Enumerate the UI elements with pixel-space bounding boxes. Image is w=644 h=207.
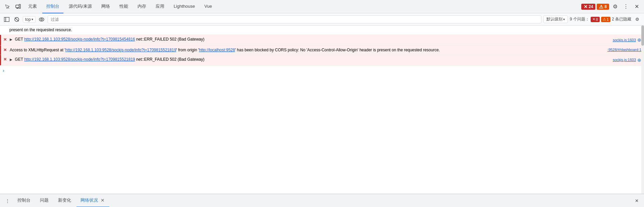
error-warning-group: ✕ 24 ⚠ 8 — [581, 4, 609, 10]
prompt-arrow-icon: › — [3, 68, 4, 73]
entry-url-link[interactable]: http://192.168.1.103:9528/sockjs-node/in… — [24, 37, 135, 42]
settings-icon[interactable]: ⚙ — [610, 2, 620, 11]
expand-frame-icon[interactable]: ⊕ — [637, 36, 641, 44]
scroll-thumb[interactable] — [641, 25, 644, 46]
context-label: top — [25, 17, 31, 22]
svg-rect-0 — [16, 5, 19, 8]
console-prompt[interactable]: › — [0, 65, 644, 75]
entry-source-group: sockjs.js:1603 ⊕ — [609, 56, 641, 64]
tab-source[interactable]: 源代码/来源 — [65, 0, 96, 13]
sidebar-toggle-button[interactable] — [3, 15, 11, 23]
entry-prefix: GET — [15, 57, 24, 62]
bottom-more-icon[interactable]: ⋮ — [3, 196, 12, 205]
log-level-label: 默认级别 — [546, 16, 562, 22]
eye-icon[interactable] — [38, 15, 46, 23]
bottom-tab-issues-label: 问题 — [40, 197, 49, 203]
log-level-selector[interactable]: 默认级别 ▾ — [543, 15, 568, 23]
bottom-tab-issues[interactable]: 问题 — [36, 194, 53, 207]
error-icon: ✕ — [2, 57, 8, 62]
scrollbar[interactable] — [641, 25, 644, 194]
frame-icon[interactable] — [13, 2, 23, 11]
tab-performance[interactable]: 性能 — [115, 0, 132, 13]
entry-content: ▶ GET http://192.168.1.103:9528/sockjs-n… — [10, 36, 609, 43]
entry-source-link[interactable]: sockjs.js:1603 — [609, 37, 636, 43]
tab-elements[interactable]: 元素 — [24, 0, 41, 13]
bottom-tab-network-conditions[interactable]: 网络状况 ✕ — [76, 194, 109, 207]
issues-label: 9 个问题： — [570, 16, 589, 22]
console-entry: ✕ Access to XMLHttpRequest at 'http://19… — [0, 46, 644, 55]
close-network-tab-icon[interactable]: ✕ — [100, 198, 105, 203]
console-entry: ✕ ▶ GET http://192.168.1.103:9528/sockjs… — [0, 35, 644, 45]
entry-source-group: :9528/#/dashboard:1 — [603, 47, 641, 53]
console-settings-icon[interactable]: ⚙ — [633, 15, 641, 23]
issues-warning-badge[interactable]: ⚠ 1 — [601, 17, 610, 22]
issues-count: 9 个问题： ✕ 8 ⚠ 1 2 条已隐藏 — [570, 16, 631, 22]
bottom-panel: ⋮ 控制台 问题 新变化 网络状况 ✕ ✕ — [0, 194, 644, 207]
tab-console[interactable]: 控制台 — [42, 0, 63, 13]
expand-arrow-icon[interactable]: ▶ — [10, 58, 12, 61]
svg-rect-1 — [17, 8, 18, 8]
error-icon: ✕ — [2, 37, 8, 42]
console-toolbar: top ▾ 默认级别 ▾ 9 个问题： ✕ 8 ⚠ 1 2 条已隐藏 ⚙ — [0, 13, 644, 25]
bottom-tab-changes[interactable]: 新变化 — [54, 194, 75, 207]
hidden-count: 2 条已隐藏 — [612, 16, 631, 22]
cors-url1-link[interactable]: http://192.168.1.103:9528/sockjs-node/in… — [65, 48, 176, 52]
level-chevron-icon: ▾ — [563, 17, 565, 21]
cors-text-prefix: Access to XMLHttpRequest at ' — [10, 48, 65, 52]
svg-point-8 — [41, 18, 42, 20]
tab-lighthouse[interactable]: Lighthouse — [170, 0, 199, 13]
bottom-tab-changes-label: 新变化 — [58, 197, 71, 203]
bottom-tab-console-label: 控制台 — [17, 197, 31, 203]
tab-memory[interactable]: 内存 — [133, 0, 150, 13]
cursor-icon[interactable] — [3, 2, 12, 11]
entry-source-link[interactable]: sockjs.js:1603 — [609, 57, 636, 63]
console-entry: ✕ ▶ GET http://192.168.1.103:9528/sockjs… — [0, 55, 644, 65]
entry-prefix: GET — [15, 37, 24, 42]
filter-input[interactable] — [48, 15, 541, 23]
cors-text-mid: ' from origin ' — [176, 48, 199, 52]
svg-rect-3 — [4, 17, 9, 21]
tab-network[interactable]: 网络 — [97, 0, 114, 13]
context-chevron-icon: ▾ — [32, 17, 33, 21]
more-options-icon[interactable]: ⋮ — [621, 2, 631, 11]
entry-source-group: sockjs.js:1603 ⊕ — [609, 36, 641, 44]
expand-arrow-icon[interactable]: ▶ — [10, 38, 12, 41]
context-selector[interactable]: top ▾ — [23, 16, 36, 23]
entry-content: Access to XMLHttpRequest at 'http://192.… — [10, 47, 603, 53]
svg-point-7 — [39, 18, 44, 21]
close-bottom-panel-button[interactable]: ✕ — [632, 196, 641, 205]
bottom-tab-console[interactable]: 控制台 — [13, 194, 35, 207]
top-toolbar: 元素 控制台 源代码/来源 网络 性能 内存 应用 Lighthouse Vue… — [0, 0, 644, 13]
entry-suffix: net::ERR_FAILED 502 (Bad Gateway) — [136, 37, 204, 42]
console-entry: present on the requested resource. — [0, 25, 644, 35]
cors-url2-link[interactable]: http://localhost:9528 — [199, 48, 235, 52]
svg-rect-2 — [19, 4, 20, 8]
entry-suffix: net::ERR_FAILED 502 (Bad Gateway) — [136, 57, 204, 62]
error-icon: ✕ — [2, 48, 8, 53]
clear-console-button[interactable] — [13, 15, 21, 23]
issues-error-badge[interactable]: ✕ 8 — [591, 17, 600, 22]
bottom-tab-network-label: 网络状况 — [80, 197, 98, 203]
tab-vue[interactable]: Vue — [200, 0, 216, 13]
expand-frame-icon[interactable]: ⊕ — [637, 56, 641, 64]
tab-application[interactable]: 应用 — [152, 0, 168, 13]
cors-source-link[interactable]: :9528/#/dashboard:1 — [603, 47, 641, 53]
warning-count-badge[interactable]: ⚠ 8 — [597, 4, 609, 10]
console-content[interactable]: present on the requested resource. ✕ ▶ G… — [0, 25, 644, 194]
error-count-badge[interactable]: ✕ 24 — [581, 4, 595, 10]
close-devtools-icon[interactable]: ✕ — [632, 2, 641, 11]
entry-url-link[interactable]: http://192.168.1.103:9528/sockjs-node/in… — [24, 57, 135, 62]
cors-text-suffix: ' has been blocked by CORS policy: No 'A… — [235, 48, 440, 52]
entry-text: present on the requested resource. — [9, 27, 641, 33]
entry-content: ▶ GET http://192.168.1.103:9528/sockjs-n… — [10, 56, 609, 63]
